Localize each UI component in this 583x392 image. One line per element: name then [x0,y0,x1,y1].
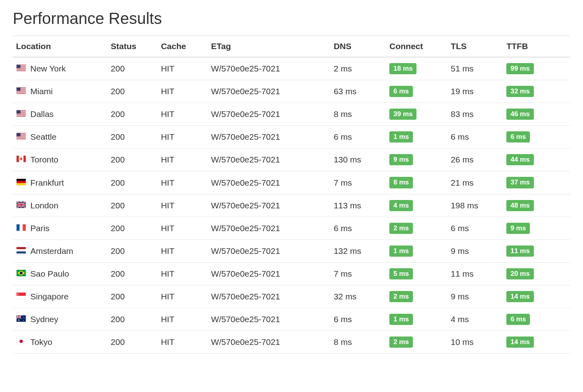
svg-rect-37 [16,115,26,115]
connect-badge: 1 ms [389,131,413,143]
connect-badge: 1 ms [389,314,413,325]
status-value: 200 [107,103,158,126]
svg-rect-10 [16,69,26,70]
col-location[interactable]: Location [13,36,107,57]
flag-sg-icon [16,292,26,301]
dns-value: 2 ms [331,57,387,80]
location-name: Sydney [30,315,58,324]
tls-value: 9 ms [448,240,504,262]
svg-rect-49 [16,137,26,137]
table-row: Seattle200HITW/570e0e25-70216 ms1 ms6 ms… [13,126,570,148]
svg-rect-50 [16,137,26,137]
col-dns[interactable]: DNS [331,36,387,57]
svg-rect-24 [16,92,26,93]
tls-value: 9 ms [448,285,504,308]
svg-rect-52 [16,138,26,139]
connect-badge: 2 ms [389,223,413,234]
col-tls[interactable]: TLS [448,36,504,57]
dns-value: 6 ms [331,308,387,331]
connect-badge: 8 ms [389,177,413,188]
col-ttfb[interactable]: TTFB [503,36,570,57]
svg-point-77 [18,320,20,321]
table-row: Paris200HITW/570e0e25-70216 ms2 ms6 ms9 … [13,217,570,240]
ttfb-badge: 37 ms [506,177,533,188]
dns-value: 113 ms [331,194,387,217]
svg-rect-41 [16,110,20,114]
connect-badge: 4 ms [389,200,413,211]
table-row: Toronto200HITW/570e0e25-7021130 ms9 ms26… [13,148,570,171]
svg-rect-9 [16,69,26,69]
dns-value: 7 ms [331,262,387,285]
svg-rect-60 [16,181,26,183]
svg-rect-61 [16,183,26,185]
location-name: Toronto [30,155,58,164]
status-value: 200 [107,194,158,217]
table-row: Miami200HITW/570e0e25-702163 ms6 ms19 ms… [13,80,570,103]
tls-value: 198 ms [448,194,504,217]
table-row: Sao Paulo200HITW/570e0e25-70217 ms5 ms11… [13,262,570,285]
etag-value: W/570e0e25-7021 [208,57,331,80]
table-row: Tokyo200HITW/570e0e25-70218 ms2 ms10 ms1… [13,331,570,354]
svg-point-70 [20,271,22,274]
svg-rect-54 [16,139,26,139]
connect-badge: 18 ms [389,63,416,74]
etag-value: W/570e0e25-7021 [208,308,331,331]
tls-value: 6 ms [448,217,504,240]
location-name: Seattle [30,132,56,142]
flag-de-icon [16,178,26,188]
svg-rect-35 [16,114,26,114]
cache-value: HIT [158,57,208,80]
status-value: 200 [107,57,158,80]
dns-value: 130 ms [331,148,387,171]
ttfb-badge: 6 ms [506,314,530,325]
dns-value: 7 ms [331,171,387,194]
results-table: Location Status Cache ETag DNS Connect T… [13,36,570,354]
svg-rect-65 [23,224,26,231]
svg-rect-7 [16,68,26,69]
status-value: 200 [107,171,158,194]
ttfb-badge: 9 ms [506,223,530,234]
svg-point-83 [20,340,23,343]
col-connect[interactable]: Connect [386,36,448,57]
cache-value: HIT [158,194,208,217]
ttfb-badge: 99 ms [506,63,533,74]
tls-value: 83 ms [448,103,504,126]
etag-value: W/570e0e25-7021 [208,331,331,354]
svg-point-78 [23,317,24,317]
dns-value: 6 ms [331,217,387,240]
etag-value: W/570e0e25-7021 [208,103,331,126]
etag-value: W/570e0e25-7021 [208,285,331,308]
cache-value: HIT [158,217,208,240]
status-value: 200 [107,217,158,240]
flag-br-icon [16,269,26,279]
table-row: Singapore200HITW/570e0e25-702132 ms2 ms9… [13,285,570,308]
svg-rect-51 [16,137,26,138]
status-value: 200 [107,262,158,285]
flag-us-icon [16,87,26,96]
col-status[interactable]: Status [107,36,158,57]
svg-rect-59 [16,179,26,181]
col-cache[interactable]: Cache [158,36,208,57]
svg-rect-64 [20,224,23,231]
ttfb-badge: 48 ms [506,200,533,211]
table-row: Amsterdam200HITW/570e0e25-7021132 ms1 ms… [13,240,570,262]
cache-value: HIT [158,80,208,103]
etag-value: W/570e0e25-7021 [208,171,331,194]
etag-value: W/570e0e25-7021 [208,148,331,171]
svg-point-80 [23,320,24,321]
location-name: Frankfurt [30,178,64,188]
svg-rect-8 [16,69,26,69]
ttfb-badge: 6 ms [506,131,530,143]
ttfb-badge: 14 ms [506,291,533,302]
flag-us-icon [16,64,26,73]
location-name: Amsterdam [30,246,73,256]
etag-value: W/570e0e25-7021 [208,240,331,262]
svg-rect-36 [16,114,26,115]
flag-au-icon [16,315,26,324]
col-etag[interactable]: ETag [208,36,331,57]
ttfb-badge: 44 ms [506,154,533,165]
flag-us-icon [16,109,26,119]
table-row: Frankfurt200HITW/570e0e25-70217 ms8 ms21… [13,171,570,194]
flag-nl-icon [16,246,26,256]
tls-value: 4 ms [448,308,504,331]
